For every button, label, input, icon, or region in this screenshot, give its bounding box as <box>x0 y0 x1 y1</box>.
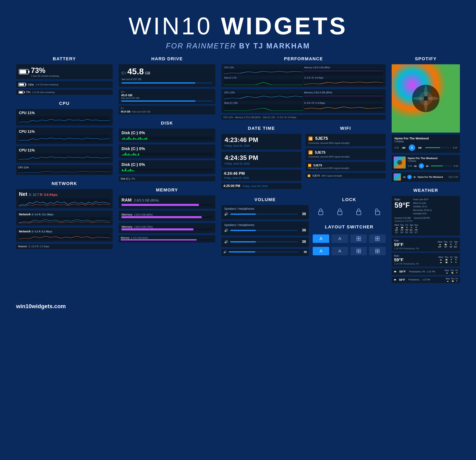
battery-pct-sm: 73% <box>26 91 31 94</box>
svg-rect-20 <box>378 251 379 253</box>
wifi-icon-3: 📶 <box>308 164 311 167</box>
weather-temp-3: 59°F <box>394 257 419 263</box>
layout-icon-4[interactable] <box>369 234 386 243</box>
battery-fill <box>20 70 26 74</box>
svg-rect-3 <box>357 211 361 215</box>
vol-icon-3: 🔊 <box>224 240 228 244</box>
cpu-graph-3 <box>19 154 110 161</box>
network-label-4: Network S: 13.5 R: 2.3 Kbps <box>18 245 111 248</box>
vol-icon-2: 🔊 <box>224 228 228 232</box>
perf-memory-1: Memory 2.8/3.3 GB (88%) <box>304 66 383 75</box>
spotify-next-3[interactable]: ⏭ <box>413 175 416 179</box>
mem-box-2: Memory 2.9/3.3 GB (88%) <box>119 211 215 221</box>
battery-fill-med <box>19 84 24 85</box>
vol-row-2: 🔊 38 <box>224 228 306 232</box>
disk-box-1: Disk (C:) 0% <box>119 128 215 142</box>
cpu-label-2: CPU 11% <box>19 129 110 134</box>
svg-rect-2 <box>338 211 342 215</box>
lock-title: LOCK <box>313 197 386 202</box>
vol-num-3: 38 <box>300 240 306 244</box>
battery-pct-med: 73% <box>28 83 34 86</box>
battery-medium-widget: 73% 1 hr 35 mins remaining <box>16 81 113 88</box>
vol-slider-2[interactable] <box>230 230 298 231</box>
layout-icon-5[interactable]: A <box>313 247 329 255</box>
layout-icon-8[interactable] <box>369 247 386 255</box>
spotify-play-1[interactable]: ⏸ <box>409 145 415 151</box>
svg-rect-1 <box>319 211 323 215</box>
disk-label-4: Disk (C:) 0% <box>121 177 213 180</box>
datetime-section: DATE TIME 4:23:46 PM Friday, June 03, 20… <box>221 126 386 191</box>
spotify-play-3[interactable]: ⏸ <box>407 175 412 179</box>
vol-row-1: 🔊 38 <box>224 212 306 216</box>
spotify-prev-3[interactable]: ⏮ <box>402 175 406 179</box>
hd-unit: GB <box>145 71 150 75</box>
col-3: PERFORMANCE CPU 13% Memory 2.8/3.3 GB (8… <box>221 56 386 289</box>
mem-box-4: Memory 2.7/3.3 GB (82%) <box>119 235 215 242</box>
wifi-info-2: Connected, secured (80% signal strength) <box>308 155 383 158</box>
disk-bar-1 <box>121 137 212 140</box>
layout-grid-1: A A <box>313 232 386 245</box>
spotify-time-total-1: 4:18 <box>453 146 457 149</box>
battery-pct-large: 73% <box>31 66 45 75</box>
network-label-3: Network S: 0.2 R: 8.2 Mbps <box>19 230 110 233</box>
col-4: SPOTIFY <box>392 56 460 289</box>
mem-label-3: Memory 2.6/3.3 GB (79%) <box>121 225 212 228</box>
disk-box-3: Disk (C:) 0% <box>119 160 215 174</box>
vol-slider-1[interactable] <box>230 213 298 215</box>
svg-rect-19 <box>375 251 377 253</box>
vol-num-1: 38 <box>300 212 306 216</box>
hd-bar-med <box>121 101 213 102</box>
svg-rect-11 <box>375 239 377 241</box>
vol-box-1: Speakers / Headphones 🔊 38 <box>221 205 309 219</box>
spotify-title: SPOTIFY <box>392 56 460 61</box>
mem-bar-3 <box>121 228 212 230</box>
hd-bar-fill <box>121 82 195 84</box>
lock-icon-4[interactable] <box>370 207 386 216</box>
vol-slider-4[interactable] <box>229 251 299 253</box>
weather-loc-4: Philadelphia, PA - 1:31 PM <box>409 270 435 273</box>
disk-title: DISK <box>119 120 215 126</box>
lock-icon-2[interactable] <box>332 207 348 216</box>
spotify-song-1: Hymn For The Weekend <box>394 136 429 140</box>
disk-label-2: Disk (C:) 0% <box>121 146 212 151</box>
spotify-section: SPOTIFY <box>392 56 460 182</box>
layout-icon-3[interactable] <box>350 234 367 243</box>
weather-updated: Updated at 1:00 PM <box>394 220 457 222</box>
spotify-prev-2[interactable]: ⏮ <box>413 164 417 168</box>
network-box-1: Net S: 10.7 R: 5.6 Kbps <box>16 189 113 209</box>
hd-title: HARD DRIVE <box>119 56 215 61</box>
network-graph-3 <box>19 234 110 240</box>
vol-slider-3[interactable] <box>230 241 298 242</box>
layout-icon-6[interactable]: A <box>332 247 348 255</box>
dt-box-3: 4:24:46 PM Friday, June 03, 2016 <box>221 170 301 181</box>
spotify-prev-1[interactable]: ⏮ <box>401 145 407 150</box>
svg-rect-6 <box>359 237 361 239</box>
lock-icon-1[interactable] <box>313 207 329 216</box>
dt-date-4: Friday, June 03, 2016 <box>243 185 268 187</box>
hd-med-1: C:\ 45.8 GB free out of 237 GB <box>119 89 215 104</box>
col-2: HARD DRIVE C:\ 45.8 GB free out of 237 G… <box>119 56 215 289</box>
spotify-next-1[interactable]: ⏭ <box>417 145 423 150</box>
cpu-box-1: CPU 11% <box>16 109 113 126</box>
main-title: WIN10 WIDGETS <box>0 12 476 40</box>
footer: win10widgets.com <box>0 297 476 315</box>
layout-icon-2[interactable]: A <box>332 234 348 243</box>
battery-large-widget: 73% 1 hour 35 minutes remaining <box>16 64 113 79</box>
wifi-info-3: Connected, secured (80% signal strength) <box>308 167 383 169</box>
spotify-time3: 2:52 / 4:18 <box>449 176 458 178</box>
dt-box-1: 4:23:46 PM Friday, June 03, 2016 <box>221 134 301 150</box>
svg-rect-8 <box>359 239 361 241</box>
spotify-next-2[interactable]: ⏭ <box>425 164 430 168</box>
network-box-3: Network S: 0.2 R: 8.2 Mbps <box>16 228 113 242</box>
mem-label-4: Memory 2.7/3.3 GB (82%) <box>121 236 213 239</box>
weather-section: WEATHER Rain 59°F Feels Like 59°F Wind 1… <box>392 188 460 283</box>
weather-temp-1: 59°F <box>394 201 410 210</box>
layout-icon-1[interactable]: A <box>313 234 329 243</box>
lock-icon-3[interactable] <box>351 207 367 216</box>
mem-label-2: Memory 2.9/3.3 GB (88%) <box>121 213 212 216</box>
cpu-title: CPU <box>16 101 113 106</box>
disk-label-3: Disk (C:) 0% <box>121 162 212 167</box>
spotify-play-2[interactable]: ⏸ <box>419 163 424 169</box>
mem-bar-1 <box>121 204 212 206</box>
layout-icon-7[interactable] <box>350 247 367 255</box>
